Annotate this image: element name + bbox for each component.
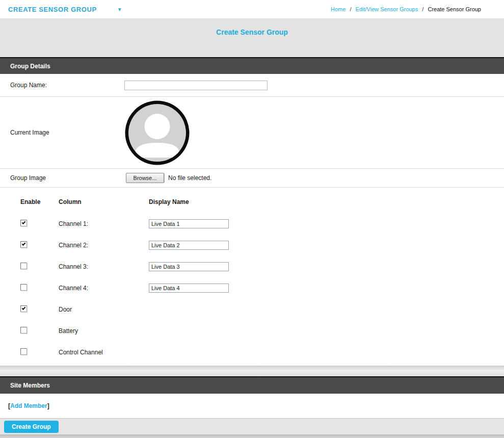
site-members-section-header: Site Members: [0, 376, 504, 394]
breadcrumb: Home / Edit/View Sensor Groups / Create …: [331, 6, 481, 12]
channel-table-header: Enable Column Display Name: [20, 196, 504, 208]
enable-column-header: Enable: [20, 198, 59, 205]
group-image-label: Group Image: [10, 174, 114, 182]
footer-bar: Create Group: [0, 418, 504, 434]
channel-4-label: Channel 4:: [59, 285, 149, 292]
breadcrumb-separator: /: [350, 6, 351, 12]
control-channel-enable-checkbox[interactable]: [20, 348, 27, 355]
channel-4-enable-checkbox[interactable]: [20, 284, 27, 291]
channel-3-enable-checkbox[interactable]: [20, 263, 27, 269]
breadcrumb-current: Create Sensor Group: [428, 6, 481, 12]
checkmark-icon: [22, 242, 26, 246]
create-group-button[interactable]: Create Group: [4, 421, 59, 433]
channel-2-label: Channel 2:: [59, 242, 149, 249]
group-name-row: Group Name:: [0, 74, 504, 97]
group-details-section-title: Group Details: [10, 63, 50, 70]
add-member-row: [Add Member]: [0, 394, 504, 418]
table-row-door: Door: [20, 299, 504, 320]
checkmark-icon: [22, 306, 26, 310]
door-enable-checkbox[interactable]: [20, 305, 27, 312]
breadcrumb-separator: /: [422, 6, 423, 12]
channel-4-display-name-input[interactable]: [149, 284, 229, 293]
battery-label: Battery: [59, 327, 149, 334]
current-image-row: Current Image: [0, 97, 504, 169]
current-image-label: Current Image: [10, 129, 114, 136]
column-column-header: Column: [59, 198, 149, 205]
avatar: [125, 100, 190, 165]
display-name-column-header: Display Name: [149, 198, 504, 205]
file-status-text: No file selected.: [168, 174, 211, 182]
person-placeholder-icon: [125, 100, 190, 165]
site-members-section-title: Site Members: [10, 382, 50, 389]
create-sensor-group-page: CREATE SENSOR GROUP ▼ Home / Edit/View S…: [0, 0, 504, 438]
channel-1-display-name-input[interactable]: [149, 219, 229, 228]
table-row-channel-1: Channel 1:: [20, 213, 504, 235]
channel-table: Enable Column Display Name Channel 1: Ch…: [0, 188, 504, 366]
channel-3-display-name-input[interactable]: [149, 262, 229, 271]
bottom-strip: [0, 434, 504, 438]
group-name-input[interactable]: [124, 81, 268, 90]
battery-enable-checkbox[interactable]: [20, 327, 27, 333]
channel-2-enable-checkbox[interactable]: [20, 241, 27, 248]
add-member-link[interactable]: Add Member: [10, 402, 47, 409]
group-name-label: Group Name:: [10, 82, 114, 89]
group-image-row: Group Image Browse... No file selected.: [0, 169, 504, 188]
breadcrumb-edit-view-link[interactable]: Edit/View Sensor Groups: [356, 6, 418, 12]
page-menu-title: CREATE SENSOR GROUP: [8, 6, 97, 13]
table-row-channel-4: Channel 4:: [20, 277, 504, 299]
breadcrumb-home-link[interactable]: Home: [331, 6, 346, 12]
channel-1-enable-checkbox[interactable]: [20, 220, 27, 226]
control-channel-label: Control Channel: [59, 349, 149, 356]
top-bar: CREATE SENSOR GROUP ▼ Home / Edit/View S…: [0, 0, 504, 18]
browse-button[interactable]: Browse...: [126, 173, 164, 183]
add-member-bracket-close: ]: [47, 402, 49, 409]
channel-2-display-name-input[interactable]: [149, 241, 229, 250]
group-details-section-header: Group Details: [0, 57, 504, 74]
table-row-channel-3: Channel 3:: [20, 256, 504, 277]
channel-1-label: Channel 1:: [59, 220, 149, 227]
chevron-down-icon[interactable]: ▼: [117, 7, 122, 12]
page-title: Create Sensor Group: [216, 28, 288, 36]
page-header-band: Create Sensor Group: [0, 18, 504, 57]
checkmark-icon: [22, 220, 26, 224]
door-label: Door: [59, 306, 149, 313]
channel-3-label: Channel 3:: [59, 263, 149, 270]
section-divider: [0, 366, 504, 376]
table-row-channel-2: Channel 2:: [20, 235, 504, 256]
table-row-control-channel: Control Channel: [20, 342, 504, 363]
table-row-battery: Battery: [20, 320, 504, 342]
